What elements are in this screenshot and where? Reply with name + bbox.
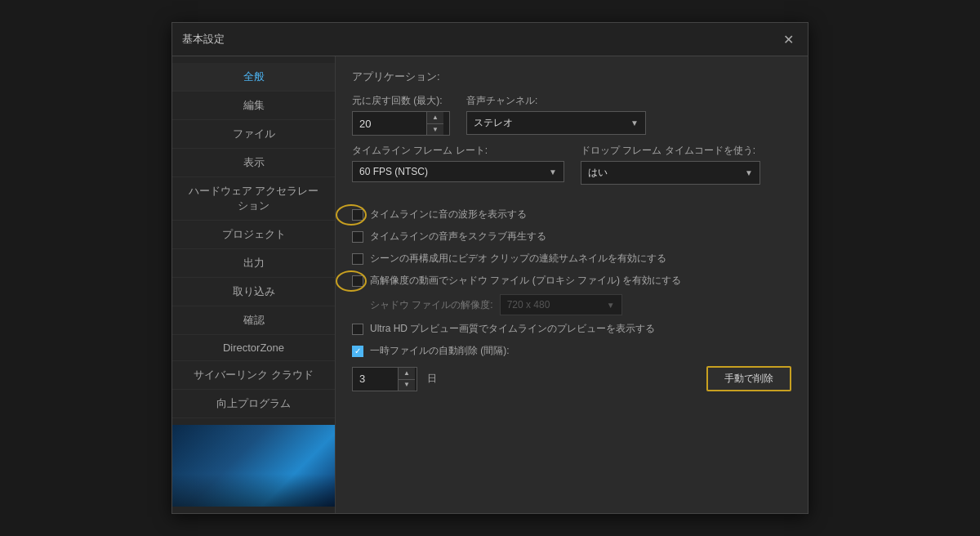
days-down-btn[interactable]: ▼	[399, 379, 415, 391]
framerate-label: タイムライン フレーム レート:	[352, 144, 564, 158]
dropframe-label: ドロップ フレーム タイムコードを使う:	[581, 144, 760, 158]
sidebar-item-confirm[interactable]: 確認	[172, 306, 335, 335]
sidebar-item-import[interactable]: 取り込み	[172, 278, 335, 306]
checkbox-label-waveform: タイムラインに音の波形を表示する	[370, 208, 527, 221]
dropframe-field: ドロップ フレーム タイムコードを使う: はい ▼	[581, 144, 760, 185]
sidebar-item-edit[interactable]: 編集	[172, 92, 335, 120]
audio-channel-label: 音声チャンネル:	[466, 94, 646, 108]
days-input[interactable]	[353, 369, 398, 388]
ultra-hd-checkbox[interactable]	[352, 324, 363, 335]
sidebar-item-file[interactable]: ファイル	[172, 120, 335, 149]
ultra-hd-label: Ultra HD プレビュー画質でタイムラインのプレビューを表示する	[370, 322, 655, 336]
sidebar-item-hardware[interactable]: ハードウェア アクセラレーション	[172, 177, 335, 221]
shadow-resolution-field: シャドウ ファイルの解像度: 720 x 480 ▼	[370, 294, 791, 315]
close-button[interactable]: ✕	[778, 29, 798, 49]
dropframe-value: はい	[588, 166, 608, 180]
undo-arrows: ▲ ▼	[426, 112, 443, 135]
framerate-arrow-icon: ▼	[549, 168, 557, 176]
days-arrows: ▲ ▼	[398, 368, 415, 391]
checkbox-thumbnail[interactable]	[352, 253, 363, 265]
undo-down-btn[interactable]: ▼	[427, 123, 443, 135]
temp-delete-checkbox[interactable]	[352, 346, 363, 357]
temp-delete-row: 一時ファイルの自動削除 (間隔):	[352, 342, 791, 360]
undo-field: 元に戻す回数 (最大): ▲ ▼	[352, 94, 450, 136]
undo-audio-row: 元に戻す回数 (最大): ▲ ▼ 音声チャンネル: ステレオ ▼	[352, 94, 791, 136]
day-unit-label: 日	[427, 372, 437, 386]
checkbox-row-thumbnail: シーンの再構成用にビデオ クリップの連続サムネイルを有効にする	[352, 250, 791, 267]
title-bar: 基本設定 ✕	[172, 23, 808, 56]
checkbox-row-proxy: 高解像度の動画でシャドウ ファイル (プロキシ ファイル) を有効にする	[352, 272, 791, 289]
dropframe-arrow-icon: ▼	[745, 168, 753, 177]
undo-input[interactable]	[353, 114, 426, 133]
dialog-title: 基本設定	[182, 32, 225, 47]
sidebar-image	[172, 425, 335, 507]
preferences-dialog: 基本設定 ✕ 全般編集ファイル表示ハードウェア アクセラレーションプロジェクト出…	[172, 22, 808, 514]
sidebar: 全般編集ファイル表示ハードウェア アクセラレーションプロジェクト出力取り込み確認…	[172, 56, 336, 513]
sidebar-item-output[interactable]: 出力	[172, 249, 335, 278]
checkbox-row-waveform: タイムラインに音の波形を表示する	[352, 206, 791, 223]
shadow-value: 720 x 480	[507, 299, 550, 310]
shadow-label: シャドウ ファイルの解像度:	[370, 298, 493, 312]
sidebar-item-cyberlink-cloud[interactable]: サイバーリンク クラウド	[172, 361, 335, 390]
framerate-dropframe-row: タイムライン フレーム レート: 60 FPS (NTSC) ▼ ドロップ フレ…	[352, 144, 791, 185]
framerate-dropdown[interactable]: 60 FPS (NTSC) ▼	[352, 161, 564, 182]
ultra-hd-row: Ultra HD プレビュー画質でタイムラインのプレビューを表示する	[352, 320, 791, 337]
undo-spinbox[interactable]: ▲ ▼	[352, 111, 450, 136]
main-content: アプリケーション: 元に戻す回数 (最大): ▲ ▼ 音声チャンネル:	[336, 56, 808, 513]
audio-channel-dropdown[interactable]: ステレオ ▼	[466, 111, 646, 135]
framerate-field: タイムライン フレーム レート: 60 FPS (NTSC) ▼	[352, 144, 564, 182]
sidebar-item-display[interactable]: 表示	[172, 149, 335, 177]
framerate-value: 60 FPS (NTSC)	[359, 166, 428, 177]
content-area: 全般編集ファイル表示ハードウェア アクセラレーションプロジェクト出力取り込み確認…	[172, 56, 808, 513]
checkbox-label-proxy: 高解像度の動画でシャドウ ファイル (プロキシ ファイル) を有効にする	[370, 274, 681, 288]
checkbox-label-thumbnail: シーンの再構成用にビデオ クリップの連続サムネイルを有効にする	[370, 252, 666, 266]
audio-channel-arrow-icon: ▼	[630, 118, 639, 127]
section-title: アプリケーション:	[352, 69, 791, 84]
checkbox-label-scrub: タイムラインの音声をスクラブ再生する	[370, 230, 546, 243]
sidebar-item-directorzone[interactable]: DirectorZone	[172, 335, 335, 361]
days-up-btn[interactable]: ▲	[399, 368, 415, 379]
checkbox-row-scrub: タイムラインの音声をスクラブ再生する	[352, 228, 791, 245]
checkbox-scrub[interactable]	[352, 231, 363, 243]
days-spinbox[interactable]: ▲ ▼	[352, 367, 417, 391]
dropframe-dropdown[interactable]: はい ▼	[581, 161, 760, 185]
sidebar-item-general[interactable]: 全般	[172, 63, 335, 92]
shadow-dropdown-arrow-icon: ▼	[607, 301, 615, 310]
checkbox-waveform[interactable]	[352, 209, 363, 221]
checkbox-proxy[interactable]	[352, 275, 363, 287]
bottom-row: ▲ ▼ 日 手動で削除	[352, 366, 791, 391]
shadow-dropdown: 720 x 480 ▼	[500, 294, 622, 315]
manual-delete-button[interactable]: 手動で削除	[706, 366, 791, 391]
sidebar-item-project[interactable]: プロジェクト	[172, 221, 335, 249]
audio-channel-field: 音声チャンネル: ステレオ ▼	[466, 94, 646, 135]
temp-delete-label: 一時ファイルの自動削除 (間隔):	[370, 344, 510, 358]
sidebar-item-improvement[interactable]: 向上プログラム	[172, 390, 335, 418]
audio-channel-value: ステレオ	[474, 116, 513, 130]
undo-label: 元に戻す回数 (最大):	[352, 94, 450, 108]
undo-up-btn[interactable]: ▲	[427, 112, 443, 123]
